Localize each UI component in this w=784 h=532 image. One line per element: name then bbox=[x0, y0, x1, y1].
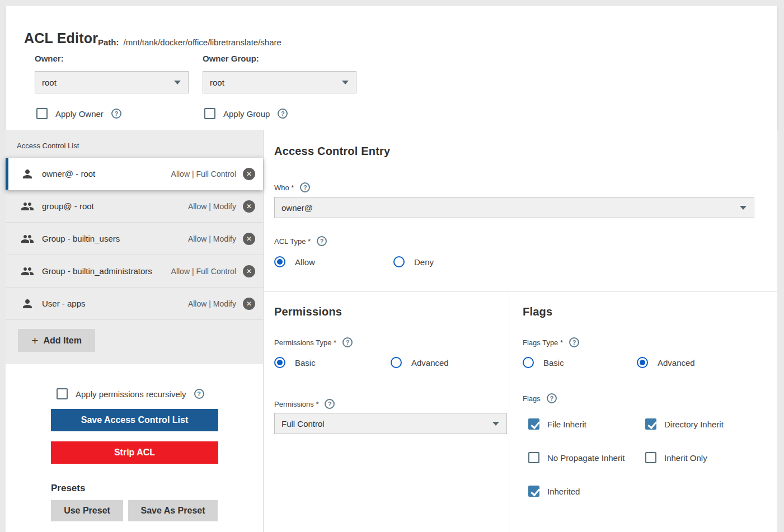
permissions-select-value: Full Control bbox=[281, 419, 325, 429]
flags-basic-label: Basic bbox=[543, 358, 564, 368]
inherited-option: Inherited bbox=[528, 486, 580, 497]
apply-recursive-label: Apply permissions recursively bbox=[76, 389, 186, 399]
presets-title: Presets bbox=[51, 483, 85, 494]
flags-basic-option: Basic bbox=[523, 357, 564, 368]
acl-item-label: owner@ - root bbox=[42, 169, 171, 178]
save-as-preset-button[interactable]: Save As Preset bbox=[128, 500, 218, 521]
help-icon[interactable]: ? bbox=[111, 109, 121, 119]
help-icon[interactable]: ? bbox=[194, 389, 204, 399]
acl-type-label: ACL Type * bbox=[274, 237, 311, 246]
acl-list-item[interactable]: owner@ - root Allow | Full Control ✕ bbox=[6, 158, 263, 190]
who-select-value: owner@ bbox=[281, 203, 313, 213]
deny-radio[interactable] bbox=[393, 256, 405, 267]
add-item-button[interactable]: + Add Item bbox=[18, 329, 95, 352]
help-icon[interactable]: ? bbox=[300, 182, 310, 192]
no-propagate-inherit-checkbox[interactable] bbox=[528, 452, 539, 463]
permissions-type-label-row: Permissions Type * ? bbox=[274, 337, 353, 347]
permissions-field-label-row: Permissions * ? bbox=[274, 399, 335, 409]
acl-item-meta: Allow | Full Control bbox=[171, 267, 236, 276]
help-icon[interactable]: ? bbox=[325, 399, 335, 409]
permissions-advanced-radio[interactable] bbox=[391, 357, 402, 368]
flags-advanced-radio[interactable] bbox=[637, 357, 648, 368]
use-preset-button[interactable]: Use Preset bbox=[51, 500, 123, 521]
who-label: Who * bbox=[274, 183, 294, 192]
flags-type-label-row: Flags Type * ? bbox=[523, 337, 579, 347]
dropdown-arrow-icon bbox=[740, 206, 747, 210]
directory-inherit-checkbox[interactable] bbox=[645, 418, 656, 430]
directory-inherit-label: Directory Inherit bbox=[664, 420, 724, 429]
acl-item-meta: Allow | Modify bbox=[188, 202, 236, 211]
permissions-select[interactable]: Full Control bbox=[274, 413, 507, 434]
who-select[interactable]: owner@ bbox=[274, 197, 754, 218]
flags-title: Flags bbox=[523, 305, 552, 318]
permissions-type-label: Permissions Type * bbox=[274, 338, 336, 347]
permissions-basic-label: Basic bbox=[295, 358, 316, 368]
no-propagate-inherit-label: No Propagate Inherit bbox=[547, 453, 625, 463]
inherit-only-checkbox[interactable] bbox=[645, 452, 656, 463]
close-icon[interactable]: ✕ bbox=[243, 265, 255, 277]
owner-select[interactable]: root bbox=[35, 71, 189, 93]
permissions-basic-option: Basic bbox=[274, 357, 316, 368]
strip-acl-button[interactable]: Strip ACL bbox=[51, 441, 218, 464]
help-icon[interactable]: ? bbox=[278, 109, 288, 119]
allow-radio[interactable] bbox=[274, 256, 285, 267]
add-item-label: Add Item bbox=[43, 336, 81, 346]
apply-group-checkbox[interactable] bbox=[204, 108, 215, 119]
inherit-only-option: Inherit Only bbox=[645, 452, 707, 463]
acl-list-panel: Access Control List owner@ - root Allow … bbox=[6, 130, 263, 532]
column-divider bbox=[509, 291, 509, 532]
owner-group-label: Owner Group: bbox=[203, 54, 259, 63]
close-icon[interactable]: ✕ bbox=[243, 233, 255, 245]
plus-icon: + bbox=[31, 335, 38, 346]
permissions-basic-radio[interactable] bbox=[274, 357, 285, 368]
deny-radio-label: Deny bbox=[414, 257, 434, 267]
acl-item-meta: Allow | Modify bbox=[188, 234, 236, 243]
flags-field-label-row: Flags ? bbox=[523, 393, 557, 403]
file-inherit-checkbox[interactable] bbox=[528, 418, 539, 430]
acl-list-item[interactable]: group@ - root Allow | Modify ✕ bbox=[6, 190, 263, 223]
acl-item-meta: Allow | Modify bbox=[188, 299, 236, 308]
flags-advanced-label: Advanced bbox=[658, 358, 695, 368]
apply-owner-checkbox[interactable] bbox=[36, 108, 48, 119]
close-icon[interactable]: ✕ bbox=[243, 168, 255, 180]
apply-recursive-checkbox[interactable] bbox=[57, 388, 68, 399]
permissions-advanced-label: Advanced bbox=[411, 358, 449, 368]
who-label-row: Who * ? bbox=[274, 182, 310, 192]
dropdown-arrow-icon bbox=[492, 422, 499, 426]
owner-label: Owner: bbox=[35, 54, 64, 63]
dropdown-arrow-icon bbox=[174, 81, 181, 84]
flags-field-label: Flags bbox=[523, 394, 541, 403]
person-icon bbox=[21, 297, 34, 310]
group-icon bbox=[21, 265, 34, 278]
acl-list-item[interactable]: Group - builtin_users Allow | Modify ✕ bbox=[6, 223, 263, 255]
help-icon[interactable]: ? bbox=[342, 337, 353, 347]
person-icon bbox=[21, 167, 34, 181]
inherited-label: Inherited bbox=[547, 487, 580, 496]
acl-list-item[interactable]: User - apps Allow | Modify ✕ bbox=[6, 288, 263, 320]
close-icon[interactable]: ✕ bbox=[243, 298, 255, 310]
permissions-title: Permissions bbox=[274, 305, 342, 318]
owner-group-select[interactable]: root bbox=[203, 71, 356, 93]
acl-item-meta: Allow | Full Control bbox=[171, 170, 236, 178]
file-inherit-option: File Inherit bbox=[528, 418, 586, 430]
path-label: Path: bbox=[98, 37, 119, 47]
acl-list-item[interactable]: Group - builtin_administrators Allow | F… bbox=[6, 255, 263, 288]
owner-group-select-value: root bbox=[210, 78, 224, 87]
dropdown-arrow-icon bbox=[342, 81, 349, 84]
path-row: Path:/mnt/tank/docker/office/libretransl… bbox=[98, 37, 281, 47]
flags-type-label: Flags Type * bbox=[523, 338, 563, 347]
acl-item-label: Group - builtin_users bbox=[42, 234, 188, 243]
acl-type-allow-option: Allow bbox=[274, 256, 315, 267]
close-icon[interactable]: ✕ bbox=[243, 200, 255, 213]
help-icon[interactable]: ? bbox=[317, 236, 327, 246]
entry-title: Access Control Entry bbox=[274, 145, 390, 158]
apply-owner-row: Apply Owner ? bbox=[36, 108, 121, 119]
help-icon[interactable]: ? bbox=[569, 337, 579, 347]
section-divider bbox=[264, 291, 777, 292]
group-icon bbox=[21, 200, 34, 213]
flags-basic-radio[interactable] bbox=[523, 357, 534, 368]
save-acl-button[interactable]: Save Access Control List bbox=[51, 409, 218, 431]
help-icon[interactable]: ? bbox=[547, 393, 557, 403]
page-title: ACL Editor bbox=[24, 30, 98, 46]
inherited-checkbox[interactable] bbox=[528, 486, 539, 497]
